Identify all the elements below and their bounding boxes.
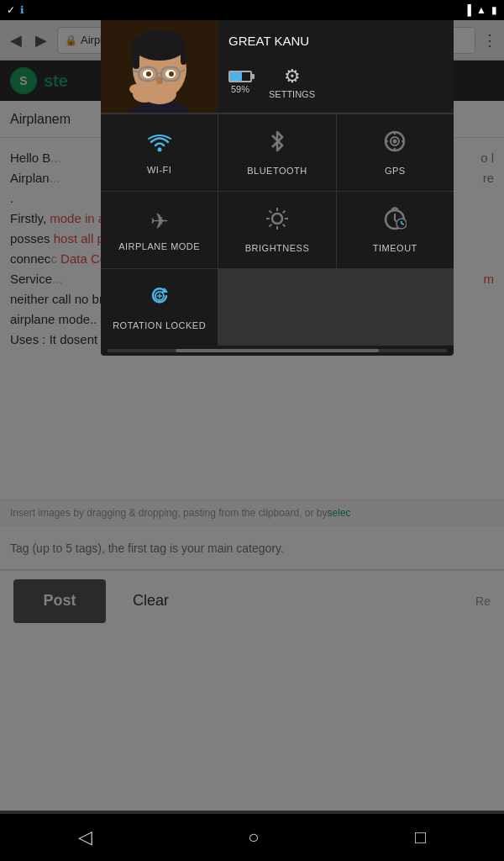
recents-button[interactable]: □ (395, 820, 446, 855)
rotation-icon (148, 284, 171, 314)
wifi-label: WI-FI (147, 165, 171, 175)
nav-bar: ◁ ○ □ (0, 814, 504, 861)
avatar-svg (101, 20, 218, 113)
brightness-label: BRIGHTNESS (245, 243, 310, 253)
wifi-status-icon: ▲ (476, 4, 486, 16)
svg-rect-6 (181, 44, 186, 65)
svg-point-15 (169, 71, 174, 77)
gps-tile[interactable]: GPS (337, 114, 454, 191)
svg-line-33 (269, 211, 271, 214)
qs-scrollbar-thumb (176, 349, 379, 352)
settings-label: SETTINGS (269, 89, 315, 99)
rotation-label: ROTATION LOCKED (113, 320, 206, 330)
status-bar-right: ▐ ▲ ▮ (465, 4, 497, 16)
svg-point-27 (393, 140, 397, 144)
wifi-icon (148, 131, 171, 158)
svg-point-14 (146, 71, 151, 77)
brightness-icon (265, 207, 289, 236)
settings-tile[interactable]: ⚙ SETTINGS (269, 66, 315, 99)
bluetooth-label: BLUETOOTH (247, 166, 307, 176)
battery-icon (228, 71, 252, 82)
info-icon: ℹ (20, 4, 24, 16)
signal-icon: ▐ (465, 4, 472, 16)
avatar (101, 20, 218, 113)
svg-line-36 (269, 224, 271, 227)
gps-icon (383, 129, 407, 159)
svg-point-28 (272, 214, 282, 224)
qs-top-row: GREAT KANU 59% ⚙ SETTINGS (101, 20, 454, 114)
airplane-label: AIRPLANE MODE (118, 241, 200, 251)
svg-point-20 (157, 147, 161, 151)
wifi-tile[interactable]: WI-FI (101, 114, 218, 191)
status-bar: ✓ ℹ ▐ ▲ ▮ (0, 0, 504, 20)
settings-icon: ⚙ (284, 66, 301, 87)
battery-section: 59% (228, 71, 252, 94)
battery-percentage: 59% (231, 84, 249, 94)
airplane-icon: ✈ (150, 209, 169, 235)
battery-fill (230, 72, 242, 81)
timeout-tile[interactable]: TIMEOUT (337, 192, 454, 268)
timeout-icon (383, 207, 407, 236)
bluetooth-tile[interactable]: BLUETOOTH (218, 114, 335, 191)
brightness-tile[interactable]: BRIGHTNESS (218, 192, 335, 268)
svg-point-4 (133, 30, 186, 61)
rotation-tile[interactable]: ROTATION LOCKED (101, 269, 218, 346)
svg-rect-5 (133, 44, 139, 69)
qs-scrollbar (108, 349, 447, 352)
battery-status-icon: ▮ (491, 4, 497, 16)
svg-line-34 (283, 224, 286, 227)
bluetooth-icon (268, 129, 286, 159)
gps-label: GPS (385, 166, 406, 176)
quick-settings-panel: GREAT KANU 59% ⚙ SETTINGS (101, 20, 454, 356)
status-bar-left: ✓ ℹ (7, 4, 24, 16)
svg-line-42 (402, 224, 404, 224)
timeout-label: TIMEOUT (373, 243, 417, 253)
profile-name: GREAT KANU (228, 34, 444, 48)
svg-point-16 (156, 77, 163, 85)
home-button[interactable]: ○ (228, 820, 279, 855)
check-icon: ✓ (7, 4, 15, 16)
svg-line-35 (283, 211, 286, 214)
svg-point-19 (129, 84, 143, 94)
qs-grid: WI-FI BLUETOOTH (101, 114, 454, 346)
airplane-mode-tile[interactable]: ✈ AIRPLANE MODE (101, 192, 218, 268)
back-button[interactable]: ◁ (58, 820, 113, 855)
